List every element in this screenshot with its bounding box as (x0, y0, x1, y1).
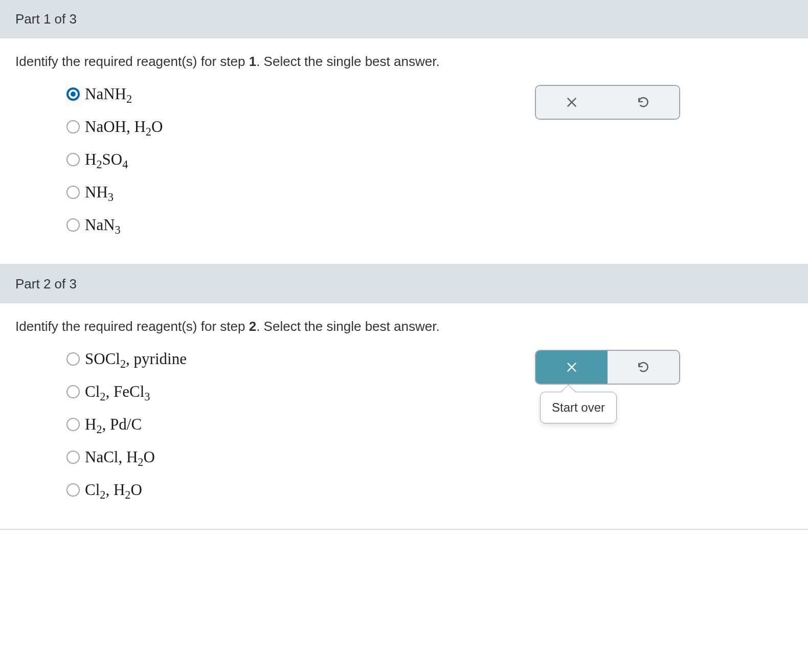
undo-button[interactable] (608, 351, 679, 384)
radio-option[interactable]: NaOH, H2O (66, 118, 163, 136)
radio-option[interactable]: SOCl2, pyridine (66, 350, 187, 368)
part-header: Part 1 of 3 (0, 0, 808, 38)
radio-button[interactable] (66, 385, 80, 398)
tooltip: Start over (540, 392, 617, 423)
radio-button[interactable] (66, 352, 80, 366)
radio-button[interactable] (66, 483, 80, 497)
part-body: Identify the required reagent(s) for ste… (0, 38, 808, 265)
option-label: SOCl2, pyridine (85, 350, 187, 368)
clear-button[interactable] (536, 86, 608, 119)
close-icon (565, 361, 578, 374)
options-list: SOCl2, pyridineCl2, FeCl3H2, Pd/CNaCl, H… (66, 350, 187, 513)
question-text: Identify the required reagent(s) for ste… (15, 54, 793, 70)
undo-button[interactable] (608, 86, 679, 119)
radio-option[interactable]: H2, Pd/C (66, 415, 187, 434)
option-label: H2SO4 (85, 150, 128, 169)
radio-button[interactable] (66, 87, 80, 101)
radio-button[interactable] (66, 186, 80, 199)
option-label: NH3 (85, 183, 114, 201)
radio-button[interactable] (66, 418, 80, 431)
part-header: Part 2 of 3 (0, 265, 808, 303)
option-label: NaCl, H2O (85, 448, 155, 466)
option-label: Cl2, H2O (85, 481, 142, 499)
part-body: Identify the required reagent(s) for ste… (0, 303, 808, 530)
question-text: Identify the required reagent(s) for ste… (15, 319, 793, 334)
option-label: Cl2, FeCl3 (85, 383, 150, 401)
radio-button[interactable] (66, 153, 80, 166)
radio-option[interactable]: NaNH2 (66, 85, 163, 103)
radio-option[interactable]: Cl2, FeCl3 (66, 383, 187, 401)
radio-option[interactable]: H2SO4 (66, 150, 163, 169)
radio-button[interactable] (66, 451, 80, 464)
radio-option[interactable]: Cl2, H2O (66, 481, 187, 499)
answer-toolbar (535, 85, 680, 120)
radio-option[interactable]: NaN3 (66, 216, 163, 234)
undo-icon (637, 96, 650, 109)
undo-icon (637, 361, 650, 374)
radio-option[interactable]: NH3 (66, 183, 163, 201)
option-label: NaNH2 (85, 85, 132, 103)
clear-button[interactable] (536, 351, 608, 384)
options-list: NaNH2NaOH, H2OH2SO4NH3NaN3 (66, 85, 163, 249)
answer-toolbar (535, 350, 680, 385)
radio-option[interactable]: NaCl, H2O (66, 448, 187, 466)
option-label: H2, Pd/C (85, 415, 142, 434)
radio-button[interactable] (66, 218, 80, 232)
close-icon (565, 96, 578, 109)
option-label: NaOH, H2O (85, 118, 163, 136)
radio-button[interactable] (66, 120, 80, 133)
option-label: NaN3 (85, 216, 121, 234)
